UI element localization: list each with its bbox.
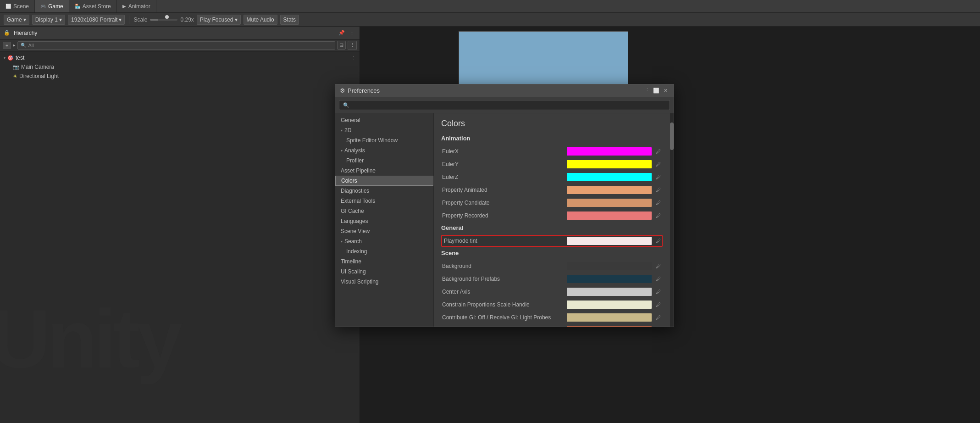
sidebar-item-ui-scaling[interactable]: UI Scaling: [335, 267, 433, 277]
maximize-icon[interactable]: ⬜: [653, 87, 660, 95]
more-icon[interactable]: ⋮: [643, 87, 651, 95]
scale-slider-container: [150, 17, 177, 23]
chevron-down-icon: ▾: [235, 17, 238, 23]
color-label-euler-y: EulerY: [442, 161, 567, 167]
scrollbar-track[interactable]: [670, 113, 674, 327]
color-swatch-playmode-tint[interactable]: [567, 237, 652, 245]
picker-icon[interactable]: 🖋: [654, 186, 662, 194]
sidebar-item-profiler[interactable]: Profiler: [335, 156, 433, 166]
filter-icon[interactable]: ⊟: [337, 41, 346, 50]
hierarchy-header: 🔒 Hierarchy 📌 ⋮: [0, 27, 360, 39]
resolution-dropdown[interactable]: 1920x1080 Portrait ▾: [68, 15, 125, 25]
color-label-property-candidate: Property Candidate: [442, 200, 567, 206]
color-row-contribute-gi-off[interactable]: Contribute GI: Off / Receive GI: Light P…: [441, 312, 663, 323]
sidebar-item-visual-scripting[interactable]: Visual Scripting: [335, 277, 433, 287]
color-swatch-constrain-proportions[interactable]: [567, 301, 652, 309]
color-row-euler-x[interactable]: EulerX 🖋: [441, 145, 663, 157]
top-tab-bar: ⬜ Scene 🎮 Game 🏪 Asset Store ▶ Animator: [0, 0, 980, 13]
game-dropdown[interactable]: Game ▾: [4, 15, 29, 25]
mute-audio-button[interactable]: Mute Audio: [244, 15, 277, 25]
picker-icon[interactable]: 🖋: [654, 148, 662, 155]
general-section-header: General: [441, 224, 663, 231]
color-swatch-property-candidate[interactable]: [567, 199, 652, 207]
sidebar-item-search[interactable]: ▾ Search: [335, 236, 433, 246]
chevron-down-icon: ▾: [59, 17, 62, 23]
tab-game[interactable]: 🎮 Game: [35, 0, 69, 12]
tree-item-directional-light[interactable]: ☀ Directional Light: [0, 72, 360, 81]
picker-icon[interactable]: 🖋: [654, 314, 662, 321]
picker-icon[interactable]: 🖋: [654, 237, 662, 245]
picker-icon[interactable]: 🖋: [654, 212, 662, 219]
picker-icon[interactable]: 🖋: [654, 288, 662, 295]
sidebar-item-timeline[interactable]: Timeline: [335, 256, 433, 267]
add-button[interactable]: +: [3, 42, 11, 49]
tree-item-root[interactable]: ▾ 🎯 test ⋮: [0, 53, 360, 62]
picker-icon[interactable]: 🖋: [654, 173, 662, 181]
preferences-content: Colors Animation EulerX 🖋 EulerY 🖋 Euler…: [434, 113, 670, 327]
color-row-constrain-proportions[interactable]: Constrain Proportions Scale Handle 🖋: [441, 299, 663, 311]
color-swatch-contribute-gi-off[interactable]: [567, 313, 652, 322]
more-icon[interactable]: ⋮: [348, 29, 356, 37]
watermark: Unity: [0, 291, 179, 386]
preferences-content-inner: Colors Animation EulerX 🖋 EulerY 🖋 Euler…: [434, 113, 670, 327]
color-label-property-animated: Property Animated: [442, 187, 567, 193]
scale-knob[interactable]: [165, 15, 169, 19]
sidebar-item-languages[interactable]: Languages: [335, 216, 433, 226]
scale-slider[interactable]: [150, 19, 177, 21]
sidebar-item-2d[interactable]: ▾ 2D: [335, 125, 433, 135]
color-swatch-center-axis[interactable]: [567, 288, 652, 296]
hierarchy-more-icon[interactable]: ⋮: [348, 41, 357, 50]
picker-icon[interactable]: 🖋: [654, 161, 662, 168]
color-swatch-property-recorded[interactable]: [567, 212, 652, 220]
color-row-contribute-gi-on-lp[interactable]: Contribute GI: On / Receive GI: Light Pr…: [441, 324, 663, 327]
color-swatch-background-prefabs[interactable]: [567, 275, 652, 283]
pin-icon[interactable]: 📌: [338, 29, 346, 37]
picker-icon[interactable]: 🖋: [654, 275, 662, 283]
color-swatch-euler-z[interactable]: [567, 173, 652, 181]
display-dropdown[interactable]: Display 1 ▾: [32, 15, 65, 25]
color-swatch-contribute-gi-on-lp[interactable]: [567, 326, 652, 327]
sidebar-item-external-tools[interactable]: External Tools: [335, 196, 433, 206]
play-focused-button[interactable]: Play Focused ▾: [197, 15, 241, 25]
color-label-background-prefabs: Background for Prefabs: [442, 276, 567, 282]
sidebar-item-diagnostics[interactable]: Diagnostics: [335, 186, 433, 196]
scrollbar-thumb[interactable]: [670, 122, 674, 150]
sidebar-item-general[interactable]: General: [335, 115, 433, 125]
scene-section-header: Scene: [441, 250, 663, 256]
stats-button[interactable]: Stats: [280, 15, 299, 25]
sidebar-item-gi-cache[interactable]: GI Cache: [335, 206, 433, 216]
picker-icon[interactable]: 🖋: [654, 262, 662, 270]
game-toolbar: Game ▾ Display 1 ▾ 1920x1080 Portrait ▾ …: [0, 13, 980, 27]
sidebar-item-analysis[interactable]: ▾ Analysis: [335, 145, 433, 156]
search-box: 🔍 All: [17, 41, 335, 50]
hierarchy-title: Hierarchy: [14, 30, 37, 36]
search-placeholder: All: [28, 43, 33, 48]
color-row-property-animated[interactable]: Property Animated 🖋: [441, 184, 663, 196]
sidebar-item-asset-pipeline[interactable]: Asset Pipeline: [335, 166, 433, 176]
color-row-property-recorded[interactable]: Property Recorded 🖋: [441, 210, 663, 222]
tab-animator[interactable]: ▶ Animator: [117, 0, 156, 12]
tree-item-main-camera[interactable]: 📷 Main Camera: [0, 62, 360, 72]
picker-icon[interactable]: 🖋: [654, 301, 662, 308]
color-row-center-axis[interactable]: Center Axis 🖋: [441, 286, 663, 298]
color-swatch-euler-y[interactable]: [567, 160, 652, 168]
sidebar-item-scene-view[interactable]: Scene View: [335, 226, 433, 236]
tab-asset-store[interactable]: 🏪 Asset Store: [69, 0, 117, 12]
dialog-search-input[interactable]: 🔍: [339, 100, 670, 110]
color-swatch-background[interactable]: [567, 262, 652, 270]
color-row-background-prefabs[interactable]: Background for Prefabs 🖋: [441, 273, 663, 285]
tab-scene[interactable]: ⬜ Scene: [0, 0, 35, 12]
color-row-playmode-tint[interactable]: Playmode tint 🖋: [441, 235, 663, 247]
sidebar-item-sprite-editor[interactable]: Sprite Editor Window: [335, 135, 433, 145]
sidebar-item-colors[interactable]: Colors: [335, 176, 433, 186]
sidebar-item-indexing[interactable]: Indexing: [335, 246, 433, 256]
picker-icon[interactable]: 🖋: [654, 199, 662, 206]
color-row-background[interactable]: Background 🖋: [441, 260, 663, 272]
color-row-euler-z[interactable]: EulerZ 🖋: [441, 171, 663, 183]
color-row-euler-y[interactable]: EulerY 🖋: [441, 158, 663, 170]
scale-value: 0.29x: [180, 17, 194, 23]
color-swatch-property-animated[interactable]: [567, 186, 652, 194]
close-icon[interactable]: ✕: [662, 87, 669, 95]
color-row-property-candidate[interactable]: Property Candidate 🖋: [441, 197, 663, 209]
color-swatch-euler-x[interactable]: [567, 147, 652, 156]
